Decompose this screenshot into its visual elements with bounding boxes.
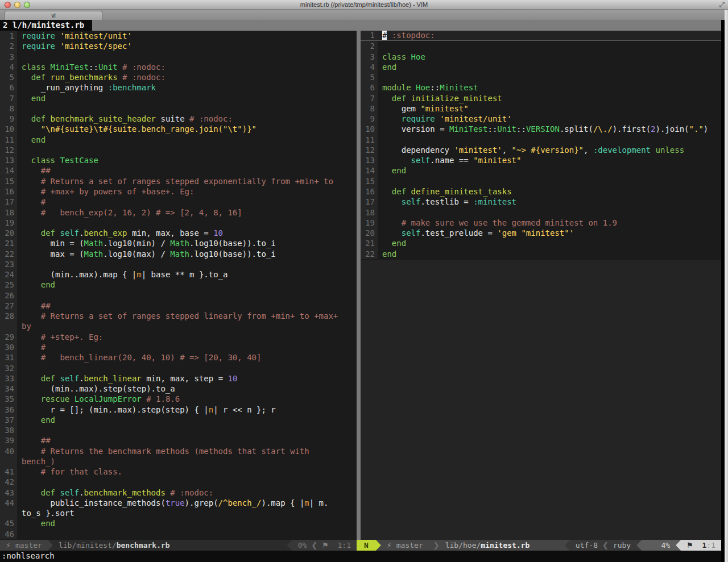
code-line[interactable]: 16 def define_minitest_tasks xyxy=(361,186,721,197)
line-number: 18 xyxy=(0,207,17,218)
code-line[interactable]: 11 end xyxy=(0,135,357,145)
code-line[interactable]: 8 gem "minitest" xyxy=(361,103,721,114)
code-line[interactable]: 39 ## xyxy=(0,435,357,446)
vim-tabline: 2 l/h/minitest.rb xyxy=(0,20,721,31)
code-line[interactable]: 24 (min..max).map { |m| base ** m }.to_a xyxy=(0,269,357,280)
code-line[interactable]: 44 public_instance_methods(true).grep(/^… xyxy=(0,498,357,508)
code-line[interactable]: 27 ## xyxy=(0,301,357,311)
pane-minitest-rb[interactable]: 1# :stopdoc:23class Hoe4end56module Hoe:… xyxy=(361,31,721,540)
close-button[interactable] xyxy=(5,2,11,8)
code-line[interactable]: 13 class TestCase xyxy=(0,155,357,165)
code-line[interactable]: 2require 'minitest/spec' xyxy=(0,41,357,51)
code-line[interactable]: 22end xyxy=(361,249,721,259)
code-line[interactable]: 4class MiniTest::Unit # :nodoc: xyxy=(0,62,357,72)
line-number: 30 xyxy=(0,342,17,352)
line-number: 41 xyxy=(0,467,17,477)
line-flag-icon: ⚑ xyxy=(322,541,329,549)
code-line[interactable]: 32 xyxy=(0,363,357,373)
code-line[interactable]: 35 rescue LocalJumpError # 1.8.6 xyxy=(0,394,357,404)
code-line[interactable]: 5 xyxy=(361,72,721,82)
pane-benchmark-rb[interactable]: 1require 'minitest/unit'2require 'minite… xyxy=(0,31,357,540)
code-line[interactable]: 5 def run_benchmarks # :nodoc: xyxy=(0,72,357,82)
code-line[interactable]: 41 # for that class. xyxy=(0,467,357,477)
code-line[interactable]: 16 # +max+ by powers of +base+. Eg: xyxy=(0,186,357,197)
code-line[interactable]: to_s }.sort xyxy=(0,508,357,518)
line-number: 20 xyxy=(0,228,17,238)
code-line[interactable]: 3 xyxy=(0,52,357,62)
code-line[interactable]: 18 xyxy=(361,207,721,218)
code-line[interactable]: 1# :stopdoc: xyxy=(361,31,721,41)
code-line[interactable]: 28 # Returns a set of ranges stepped lin… xyxy=(0,311,357,321)
line-number: 43 xyxy=(0,488,17,498)
code-line[interactable]: 2 xyxy=(361,41,721,51)
code-line[interactable]: 25 end xyxy=(0,280,357,290)
code-line[interactable]: 14 end xyxy=(361,165,721,176)
code-line[interactable]: 19 # make sure we use the gemmed minites… xyxy=(361,218,721,228)
vim-command-line[interactable]: :nohlsearch xyxy=(0,551,721,562)
code-line[interactable]: 17 self.testlib = :minitest xyxy=(361,197,721,207)
code-line[interactable]: 12 xyxy=(0,145,357,155)
branch-icon: ⚡ xyxy=(6,541,11,549)
line-number: 5 xyxy=(361,72,378,82)
code-line[interactable]: 18 # bench_exp(2, 16, 2) # => [2, 4, 8, … xyxy=(0,207,357,218)
code-line[interactable]: 15 # Returns a set of ranges stepped exp… xyxy=(0,176,357,186)
code-line[interactable]: 21 end xyxy=(361,238,721,248)
code-line[interactable]: 3class Hoe xyxy=(361,52,721,62)
code-line[interactable]: 13 self.name == "minitest" xyxy=(361,155,721,165)
line-number: 15 xyxy=(0,176,17,186)
code-line[interactable]: 33 def self.bench_linear min, max, step … xyxy=(0,373,357,384)
code-line[interactable]: 9 def benchmark_suite_header suite # :no… xyxy=(0,114,357,124)
code-line[interactable]: 45 end xyxy=(0,518,357,528)
code-line[interactable]: 30 # xyxy=(0,342,357,352)
code-line[interactable]: 11 xyxy=(361,135,721,145)
terminal-tab[interactable]: vi xyxy=(5,11,102,20)
file-dir: lib/hoe/ xyxy=(445,541,481,549)
code-line[interactable]: 23 xyxy=(0,259,357,269)
branch-name: master xyxy=(396,541,423,549)
code-line[interactable]: 20 self.test_prelude = 'gem "minitest"' xyxy=(361,228,721,238)
code-line[interactable]: 10 "\n#{suite}\t#{suite.bench_range.join… xyxy=(0,124,357,134)
code-line[interactable]: 15 xyxy=(361,176,721,186)
vertical-split-separator[interactable] xyxy=(357,31,361,540)
code-line[interactable]: 7 def initialize_minitest xyxy=(361,93,721,103)
code-line[interactable]: 26 xyxy=(0,290,357,301)
code-line[interactable]: 7 end xyxy=(0,93,357,103)
code-line[interactable]: 1require 'minitest/unit' xyxy=(0,31,357,41)
code-line[interactable]: 6module Hoe::Minitest xyxy=(361,82,721,93)
line-number: 19 xyxy=(361,218,378,228)
zoom-button[interactable] xyxy=(24,2,30,8)
code-line[interactable]: 20 def self.bench_exp min, max, base = 1… xyxy=(0,228,357,238)
code-line[interactable]: 38 xyxy=(0,425,357,435)
code-line[interactable]: 19 xyxy=(0,218,357,228)
code-line[interactable]: 34 (min..max).step(step).to_a xyxy=(0,384,357,394)
minimize-button[interactable] xyxy=(14,2,20,8)
code-line[interactable]: 10 version = MiniTest::Unit::VERSION.spl… xyxy=(361,124,721,134)
code-line[interactable]: 46 xyxy=(0,529,357,539)
code-line[interactable]: 4end xyxy=(361,62,721,72)
cursor-col: :1 xyxy=(706,541,715,549)
desktop-edge xyxy=(725,10,728,562)
code-line[interactable]: 22 max = (Math.log10(max) / Math.log10(b… xyxy=(0,249,357,259)
tabline-buffer-label[interactable]: 2 l/h/minitest.rb xyxy=(0,20,92,31)
code-line[interactable]: 42 xyxy=(0,477,357,487)
code-line[interactable]: 31 # bench_linear(20, 40, 10) # => [20, … xyxy=(0,352,357,363)
code-line[interactable]: 17 # xyxy=(0,197,357,207)
code-line[interactable]: 21 min = (Math.log10(min) / Math.log10(b… xyxy=(0,238,357,248)
code-line[interactable]: 14 ## xyxy=(0,165,357,176)
code-line[interactable]: 12 dependency 'minitest', "~> #{version}… xyxy=(361,145,721,155)
line-number: 26 xyxy=(0,290,17,301)
code-line[interactable]: 6 _run_anything :benchmark xyxy=(0,82,357,93)
code-line[interactable]: 8 xyxy=(0,103,357,114)
code-line[interactable]: 9 require 'minitest/unit' xyxy=(361,114,721,124)
file-type: ruby xyxy=(613,541,631,549)
line-number: 35 xyxy=(0,394,17,404)
code-line[interactable]: 37 end xyxy=(0,415,357,425)
code-line[interactable]: bench_) xyxy=(0,456,357,467)
code-line[interactable]: 36 r = []; (min..max).step(step) { |n| r… xyxy=(0,405,357,415)
code-line[interactable]: by xyxy=(0,321,357,331)
line-number: 46 xyxy=(0,529,17,539)
code-line[interactable]: 40 # Returns the benchmark methods (meth… xyxy=(0,446,357,456)
code-line[interactable]: 29 # +step+. Eg: xyxy=(0,332,357,342)
fullscreen-icon[interactable]: ⤢ xyxy=(719,1,725,9)
code-line[interactable]: 43 def self.benchmark_methods # :nodoc: xyxy=(0,488,357,498)
